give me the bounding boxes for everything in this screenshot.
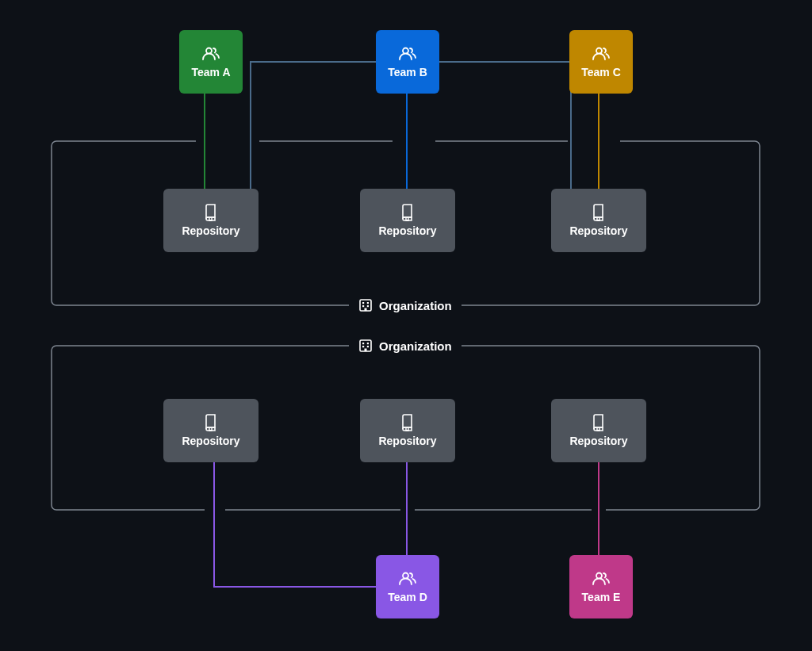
org-label-text: Organization (379, 339, 452, 353)
repository-node: Repository (360, 189, 455, 252)
diagram-lines (0, 0, 812, 651)
team-d-node: Team D (376, 555, 439, 618)
team-c-label: Team C (581, 66, 621, 79)
team-c-node: Team C (569, 30, 633, 94)
repository-label: Repository (378, 435, 436, 447)
organization-icon (358, 339, 373, 353)
svg-rect-9 (592, 508, 606, 511)
repository-label: Repository (182, 435, 239, 447)
repository-label: Repository (569, 435, 627, 447)
svg-rect-4 (568, 140, 620, 143)
svg-rect-2 (196, 140, 259, 143)
people-icon (592, 570, 610, 586)
repository-node: Repository (551, 399, 646, 462)
people-icon (202, 45, 220, 61)
team-e-node: Team E (569, 555, 633, 618)
repo-icon (592, 204, 606, 221)
repo-icon (204, 204, 218, 221)
team-a-label: Team A (191, 66, 230, 79)
repository-label: Repository (569, 224, 627, 237)
org-label-text: Organization (379, 299, 452, 312)
svg-rect-7 (205, 508, 225, 511)
repo-icon (204, 414, 218, 431)
repository-label: Repository (378, 224, 436, 237)
repo-icon (592, 414, 606, 431)
svg-rect-3 (393, 140, 435, 143)
svg-rect-8 (400, 508, 415, 511)
team-e-label: Team E (582, 591, 621, 603)
people-icon (399, 45, 416, 61)
repository-label: Repository (182, 224, 239, 237)
repo-icon (400, 204, 415, 221)
people-icon (399, 570, 416, 586)
people-icon (592, 45, 610, 61)
repository-node: Repository (551, 189, 646, 252)
repository-node: Repository (163, 399, 259, 462)
repository-node: Repository (163, 189, 259, 252)
team-b-node: Team B (376, 30, 439, 94)
organization-label-1: Organization (358, 298, 452, 312)
team-b-label: Team B (388, 66, 427, 79)
team-d-label: Team D (388, 591, 427, 603)
team-a-node: Team A (179, 30, 243, 94)
organization-icon (358, 298, 373, 312)
organization-label-2: Organization (358, 339, 452, 353)
repo-icon (400, 414, 415, 431)
repository-node: Repository (360, 399, 455, 462)
